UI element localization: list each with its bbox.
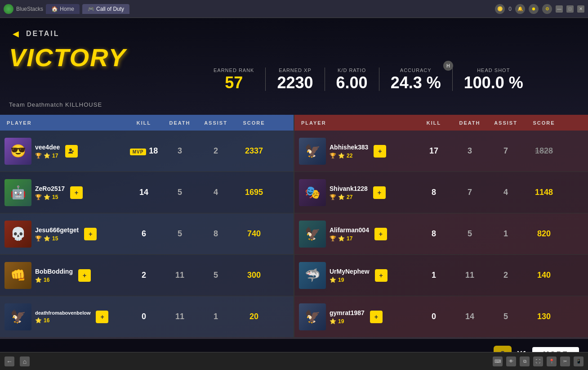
assist-stat: 2 [488,271,524,280]
close-btn[interactable]: ✕ [577,5,584,13]
home-tab[interactable]: 🏠 Home [46,4,80,14]
kd-block: K/D RATIO 6.00 [325,68,379,91]
score-stat: 300 [234,271,274,280]
eye-icon[interactable]: 👁 [506,356,516,366]
table-row: 😎 vee4dee 🏆 ⭐ 17 [0,131,294,172]
star-icon: ⭐ [338,235,345,242]
accuracy-value: 24.3 % [391,75,441,91]
right-kill-header: KILL [416,120,452,126]
titlebar: BlueStacks 🏠 Home 🎮 Call of Duty 🪙 0 🔔 ⏺… [0,0,588,18]
player-name: Alifarman004 [330,226,369,234]
kill-stat: 8 [416,188,452,197]
death-stat: 11 [162,271,198,280]
kill-stat: 2 [126,271,162,280]
maximize-btn[interactable]: □ [566,5,574,13]
minimize-btn[interactable]: — [556,5,563,13]
kill-stat: 17 [416,146,452,156]
location-icon[interactable]: 📍 [547,356,557,366]
victory-text: VICTORY [9,43,126,72]
assist-stat: 2 [198,146,234,156]
add-friend-button[interactable]: + [84,228,97,240]
settings-icon[interactable]: ⚙ [542,4,552,14]
avatar: 🦅 [299,303,326,330]
score-stat: 140 [524,271,564,280]
left-team-header: PLAYER KILL DEATH ASSIST SCORE [0,115,294,131]
table-row: 🦅 gymrat1987 ⭐ 19 + 0 14 5 [294,296,588,338]
death-stat: 7 [452,188,488,197]
add-friend-button[interactable] [65,145,78,158]
add-friend-button[interactable]: + [370,311,383,323]
avatar: 🦅 [4,303,31,330]
avatar-emoji-icon: 🦅 [305,309,321,324]
home-btn[interactable]: ⌂ [20,356,30,366]
star-icon: ⭐ [44,194,50,200]
kd-label: K/D RATIO [338,68,366,73]
game-tab[interactable]: 🎮 Call of Duty [82,4,129,14]
assist-stat: 4 [488,188,524,197]
expand-icon[interactable]: ⛶ [533,356,543,366]
player-info: Alifarman004 🏆 ⭐ 17 [330,226,369,242]
stats-row: Earned Rank 57 Earned XP 2230 K/D RATIO … [202,68,579,91]
phone-icon[interactable]: 📱 [574,356,584,366]
earned-rank-value: 57 [225,75,243,91]
player-info: Jesu666getget 🏆 ⭐ 15 [35,226,79,242]
star-icon: ⭐ [44,153,50,159]
player-cell: 🦅 gymrat1987 ⭐ 19 + [294,303,416,330]
player-name: gymrat1987 [330,309,365,316]
player-cell: 🦅 Alifarman004 🏆 ⭐ 17 + [294,221,416,248]
detail-label: DETAIL [26,30,60,38]
back-arrow-icon[interactable]: ◀ [9,27,22,41]
score-stat: 2337 [234,146,274,156]
left-team: PLAYER KILL DEATH ASSIST SCORE 😎 vee4dee [0,115,294,338]
cod-icon: 🎮 [88,6,94,12]
avatar: 🦅 [299,138,326,165]
earned-xp-value: 2230 [277,75,313,91]
player-info: UrMyNephew ⭐ 19 [330,268,370,283]
player-info: ZeRo2517 🏆 ⭐ 15 [35,185,65,200]
right-death-header: DEATH [452,120,488,126]
add-friend-button[interactable]: + [70,186,83,199]
table-row: 🦅 Abhishek383 🏆 ⭐ 22 + 17 [294,131,588,172]
score-stat: 130 [524,312,564,321]
player-cell: 🦅 deathfromabovenbelow ⭐ 16 + [0,303,126,330]
add-friend-button[interactable]: + [373,186,386,199]
table-area: PLAYER KILL DEATH ASSIST SCORE 😎 vee4dee [0,115,588,338]
avatar-emoji-icon: 🦅 [305,144,321,158]
bluestacks-label: BlueStacks [16,6,43,12]
add-friend-button[interactable]: + [375,269,388,282]
avatar: 🎭 [299,179,326,206]
player-rank: ⭐ 19 [330,318,365,325]
left-kill-header: KILL [126,120,162,126]
keyboard-icon[interactable]: ⌨ [493,356,503,366]
avatar-emoji-icon: 🤖 [10,185,26,200]
score-stat: 1695 [234,188,274,197]
record-icon[interactable]: ⏺ [529,4,539,14]
left-assist-header: ASSIST [198,120,234,126]
kill-stat: 0 [416,312,452,321]
copy-icon[interactable]: ⧉ [520,356,530,366]
rank-number: 19 [338,277,344,283]
player-name: ZeRo2517 [35,185,65,192]
player-rank: 🏆 ⭐ 17 [35,153,60,159]
player-name: Jesu666getget [35,226,79,234]
detail-back[interactable]: ◀ DETAIL [9,27,60,41]
score-stat: 740 [234,229,274,239]
score-stat: 820 [524,229,564,239]
scissors-icon[interactable]: ✂ [560,356,570,366]
coins-icon: 🪙 [495,4,505,14]
svg-point-0 [69,149,72,151]
rank-number: 15 [52,194,58,200]
avatar: 🤖 [4,179,31,206]
bell-icon[interactable]: 🔔 [515,4,525,14]
player-name: BobBodding [35,268,73,275]
back-btn[interactable]: ← [4,356,14,366]
table-row: 🤖 ZeRo2517 🏆 ⭐ 15 + 14 5 [0,172,294,213]
add-friend-button[interactable]: + [78,269,91,282]
add-friend-button[interactable]: + [374,228,387,240]
rank-icon: 🏆 [35,194,42,200]
add-friend-button[interactable]: + [374,145,386,158]
add-friend-button[interactable]: + [96,311,108,323]
rank-number: 17 [52,153,58,159]
titlebar-left: BlueStacks 🏠 Home 🎮 Call of Duty [4,4,129,14]
rank-number: 22 [347,153,352,159]
